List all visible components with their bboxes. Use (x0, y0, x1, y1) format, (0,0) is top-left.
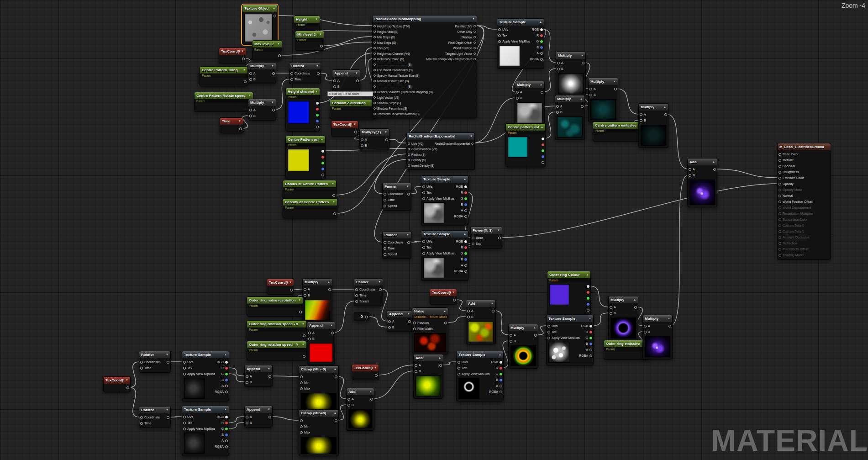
input-pin-a[interactable]: A (249, 70, 256, 76)
pin-dot-icon[interactable] (557, 62, 560, 64)
node-append-2[interactable]: Append▲AB (307, 322, 335, 365)
pin-dot-icon[interactable] (689, 174, 691, 177)
input-pin-time[interactable]: Time (355, 292, 366, 298)
node-multiply-8[interactable]: Multiply▲AB (302, 278, 332, 323)
node-header[interactable]: TexCoord[0]▼ (331, 121, 358, 128)
output-pin-rgba[interactable]: RGBA (215, 389, 228, 395)
output-pin[interactable] (298, 309, 302, 315)
output-pin-material-complexity-steps-debug[interactable]: Material Complexity - Steps Debug (426, 56, 476, 62)
node-header[interactable]: Multiply▼ (248, 99, 276, 106)
node-texcoord-4[interactable]: TexCoord[0]▼ (430, 289, 457, 305)
output-pin[interactable] (580, 60, 584, 66)
pin-dot-icon[interactable] (374, 91, 376, 93)
output-pin-radialgradientexponential[interactable]: RadialGradientExponential (435, 141, 473, 146)
input-pin-tessellation-multiplier[interactable]: Tessellation Multiplier (779, 211, 813, 217)
collapse-arrow-icon[interactable]: ▲ (663, 106, 666, 108)
node-multiply-6[interactable]: Multiply▲AB (555, 95, 585, 140)
node-header[interactable]: Multiply▲ (609, 296, 638, 303)
input-pin-apply-view-mipbias[interactable]: Apply View MipBias (498, 38, 530, 44)
pin-dot-icon[interactable] (458, 373, 460, 375)
pin-dot-icon[interactable] (374, 69, 376, 71)
pin-dot-icon[interactable] (540, 34, 543, 37)
input-pin-a[interactable]: A (556, 103, 563, 109)
input-pin-apply-view-mipbias[interactable]: Apply View MipBias (547, 335, 579, 341)
input-pin-tex[interactable]: Tex (458, 365, 467, 371)
node-header[interactable]: Radius of Centre Pattern▼ (283, 180, 336, 187)
input-pin-b[interactable]: B (556, 109, 563, 115)
input-pin-b[interactable]: B (246, 420, 252, 426)
pin-dot-icon[interactable] (464, 215, 467, 218)
pin-dot-icon[interactable] (644, 325, 647, 328)
node-centre-pattern-colour[interactable]: Centre pattern colour▲Param (505, 123, 546, 167)
input-pin-manual-texture-size-b[interactable]: Manual Texture Size (B) (374, 78, 409, 84)
input-pin-time[interactable]: Time (384, 245, 395, 251)
pin-dot-icon[interactable] (300, 375, 303, 378)
node-multiply-2[interactable]: Multiply▼AB (248, 99, 276, 121)
output-pin[interactable] (406, 191, 410, 197)
pin-dot-icon[interactable] (347, 398, 350, 401)
pin-dot-icon[interactable] (375, 374, 378, 377)
input-pin-b[interactable]: B (640, 117, 646, 123)
collapse-arrow-icon[interactable]: ▼ (248, 94, 251, 97)
pin-dot-icon[interactable] (308, 338, 311, 340)
pin-dot-icon[interactable] (464, 246, 467, 249)
pin-dot-icon[interactable] (374, 113, 376, 115)
pin-dot-icon[interactable] (473, 58, 476, 60)
pin-dot-icon[interactable] (384, 253, 386, 256)
pin-dot-icon[interactable] (464, 191, 467, 194)
node-header[interactable]: Texture Sample▲ (497, 19, 544, 26)
output-pin[interactable] (540, 153, 544, 159)
collapse-arrow-icon[interactable]: ▼ (497, 229, 500, 232)
input-pin-b[interactable]: B (644, 329, 650, 335)
pin-dot-icon[interactable] (140, 361, 143, 364)
node-header[interactable]: Multiply▲ (303, 279, 332, 286)
node-power[interactable]: Power(X, 3)▼BaseExp (470, 227, 502, 249)
node-header[interactable]: Density of Centre Pattern▼ (283, 199, 337, 206)
pin-dot-icon[interactable] (547, 325, 550, 328)
pin-dot-icon[interactable] (589, 349, 592, 351)
pin-dot-icon[interactable] (444, 322, 447, 324)
pin-dot-icon[interactable] (246, 375, 248, 378)
pin-dot-icon[interactable] (374, 80, 376, 82)
input-pin-coordinate[interactable]: Coordinate (384, 239, 403, 245)
node-texture-sample-5[interactable]: Texture Sample▲UVsTexApply View MipBiasR… (182, 351, 229, 402)
input-pin-max[interactable]: Max (300, 386, 310, 391)
input-pin-tex[interactable]: Tex (547, 329, 557, 335)
pin-dot-icon[interactable] (355, 294, 358, 297)
output-pin[interactable] (533, 332, 537, 338)
input-pin-uvs[interactable]: UVs (183, 414, 193, 420)
pin-dot-icon[interactable] (640, 113, 642, 116)
collapse-arrow-icon[interactable]: ▼ (271, 64, 274, 67)
pin-dot-icon[interactable] (779, 242, 781, 245)
node-header[interactable]: Append▲ (307, 322, 335, 329)
pin-dot-icon[interactable] (355, 300, 358, 303)
collapse-arrow-icon[interactable]: ▲ (581, 54, 584, 57)
collapse-arrow-icon[interactable]: ▲ (334, 412, 337, 414)
pin-dot-icon[interactable] (500, 385, 502, 387)
node-header[interactable]: Append▼ (387, 311, 412, 317)
pin-dot-icon[interactable] (556, 105, 559, 108)
pin-dot-icon[interactable] (374, 96, 376, 99)
pin-dot-icon[interactable] (299, 311, 302, 313)
node-texture-sample-2[interactable]: Texture Sample▲UVsTexApply View MipBiasR… (421, 175, 468, 226)
pin-dot-icon[interactable] (779, 165, 781, 168)
input-pin-opacity[interactable]: Opacity (779, 181, 794, 187)
output-pin[interactable] (272, 13, 276, 19)
node-header[interactable]: Clamp (Min=0)▲ (299, 366, 338, 373)
pin-dot-icon[interactable] (472, 237, 474, 239)
collapse-arrow-icon[interactable]: ▼ (271, 101, 274, 104)
collapse-arrow-icon[interactable]: ▼ (166, 408, 168, 411)
input-pin-heightmap-channel-v4[interactable]: Heightmap Channel (V4) (374, 51, 410, 56)
input-pin-min[interactable]: Min (300, 423, 309, 429)
node-multiply-5[interactable]: Multiply▲AB (588, 78, 618, 122)
node-radial-gradient[interactable]: RadialGradientExponential▼UVs (V2)Center… (406, 132, 475, 170)
pin-dot-icon[interactable] (408, 148, 410, 150)
input-pin-specify-manual-texture-size-b[interactable]: Specify Manual Texture Size (B) (374, 73, 419, 78)
pin-dot-icon[interactable] (458, 361, 460, 364)
output-pin[interactable] (539, 89, 543, 95)
output-pin[interactable] (315, 124, 319, 130)
pin-dot-icon[interactable] (333, 212, 336, 215)
pin-dot-icon[interactable] (331, 332, 334, 334)
node-header[interactable]: Centre Pattern Rotate speed▼ (195, 92, 253, 99)
output-pin-g[interactable]: G (537, 38, 543, 44)
